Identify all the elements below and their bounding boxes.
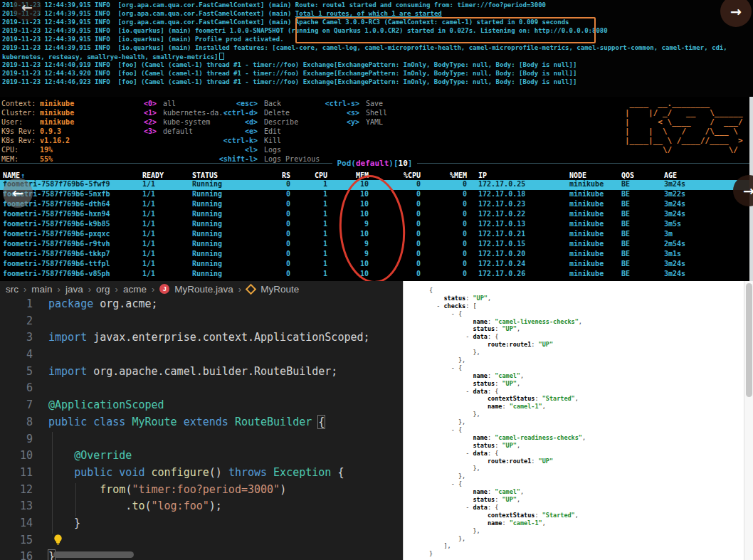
menu-item[interactable]: <esc>Back xyxy=(205,99,320,108)
code-line[interactable]: 10 @Override xyxy=(0,449,403,466)
json-line: }, xyxy=(429,418,586,426)
log-line: 2019-11-23 12:44:40,919 INFO [foo] (Came… xyxy=(0,61,753,70)
code-editor[interactable]: src›main›java›org›acme›JMyRoute.java›MyR… xyxy=(0,281,403,560)
code-line[interactable]: 13 .to("log:foo"); xyxy=(0,500,403,517)
pod-row[interactable]: foometri-7587f769b6-tkkp71/1Running01900… xyxy=(0,250,749,260)
scrollbar-thumb[interactable] xyxy=(746,283,752,397)
json-line: name: "camel-1", xyxy=(429,519,586,527)
menu-item[interactable]: <ctrl-s>Save xyxy=(317,99,387,108)
column-header[interactable]: IP xyxy=(468,171,561,180)
column-header[interactable]: CPU xyxy=(292,171,329,180)
cluster-info-row: K8s Rev:v1.16.2 xyxy=(1,136,74,145)
pod-row[interactable]: foometri-7587f769b6-ttfpl1/1Running01100… xyxy=(0,260,749,270)
json-line: - data: { xyxy=(429,504,586,512)
code-line[interactable]: 8public class MyRoute extends RouteBuild… xyxy=(0,416,403,433)
code-line[interactable]: 1package org.acme; xyxy=(0,297,403,315)
menu-item[interactable]: <y>YAML xyxy=(317,117,387,127)
menu-item[interactable]: <s>Shell xyxy=(317,108,387,117)
json-line: - data: { xyxy=(429,333,586,341)
json-line: - { xyxy=(429,426,586,434)
code-line[interactable]: 12 from("timer:foo?period=3000") xyxy=(0,483,403,500)
column-header[interactable]: MEM xyxy=(329,171,370,180)
breadcrumb-item[interactable]: acme xyxy=(123,284,147,295)
log-line: 2019-11-23 12:44:43,920 INFO [foo] (Came… xyxy=(0,70,753,78)
code-line[interactable]: 14 } xyxy=(0,517,403,534)
json-line: - { xyxy=(429,310,586,318)
column-header[interactable]: %CPU xyxy=(370,171,422,180)
log-line: 2019-11-23 12:44:39,915 INFO [org.apa.ca… xyxy=(0,1,753,10)
pod-table-header: NAME↑READYSTATUSRSCPUMEM%CPU%MEMIPNODEQO… xyxy=(0,171,749,180)
json-line: route:route1: "UP" xyxy=(429,458,586,465)
column-header[interactable]: %MEM xyxy=(422,171,468,180)
code-line[interactable]: 7@ApplicationScoped xyxy=(0,398,403,416)
pod-title-text: Pod(default)[10] xyxy=(332,159,418,168)
menu-item[interactable]: <d>Describe xyxy=(205,117,320,127)
vertical-scrollbar[interactable] xyxy=(744,281,753,560)
menu-item[interactable]: <e>Edit xyxy=(205,127,320,136)
pod-row[interactable]: foometri-7587f769b6-5fwf91/1Running01100… xyxy=(0,180,749,190)
menu-item[interactable]: <ctrl-k>Kill xyxy=(205,136,320,145)
pod-row[interactable]: foometri-7587f769b6-k9b851/1Running01900… xyxy=(0,220,749,230)
json-line: - checks: [ xyxy=(429,302,586,310)
k9s-panel: Context:minikubeCluster:minikubeUser:min… xyxy=(0,97,753,281)
horizontal-scrollbar[interactable] xyxy=(53,551,134,558)
code-line[interactable]: 4 xyxy=(0,348,403,365)
pod-panel-title: Pod(default)[10] xyxy=(0,159,749,168)
k9s-logo: ____ __.________ | |/ _/ __ \______| < \… xyxy=(625,99,743,154)
prev-arrow-icon[interactable]: ← xyxy=(3,178,33,208)
json-line: name: "camel-liveness-checks", xyxy=(429,318,586,326)
json-line: }, xyxy=(429,527,586,535)
java-file-icon: J xyxy=(159,284,169,294)
cluster-info-row: K9s Rev:0.9.3 xyxy=(1,127,74,136)
breadcrumb-item[interactable]: java xyxy=(65,284,83,295)
json-line: }, xyxy=(429,535,586,543)
column-header[interactable]: READY xyxy=(139,171,189,180)
menu-item[interactable]: <l>Logs xyxy=(205,145,320,154)
log-line: 2019-11-23 12:44:39,915 INFO [io.quarkus… xyxy=(0,36,753,44)
breadcrumb-item[interactable]: MyRoute xyxy=(260,284,299,295)
menu-item[interactable]: <ctrl-d>Delete xyxy=(205,108,320,117)
json-line: }, xyxy=(429,465,586,472)
code-line[interactable]: 3import javax.enterprise.context.Applica… xyxy=(0,331,403,348)
code-line[interactable]: 9 xyxy=(0,433,403,450)
column-header[interactable]: NODE xyxy=(561,171,613,180)
column-header[interactable]: AGE xyxy=(655,171,749,180)
chevron-right-icon: › xyxy=(88,284,91,295)
pod-row[interactable]: foometri-7587f769b6-5nxfb1/1Running01100… xyxy=(0,190,749,200)
code-line[interactable]: 5import org.apache.camel.builder.RouteBu… xyxy=(0,365,403,382)
breadcrumb-item[interactable]: org xyxy=(96,284,110,295)
cluster-info-row: User:minikube xyxy=(1,117,74,127)
breadcrumb-item[interactable]: MyRoute.java xyxy=(174,284,233,295)
breadcrumb-item[interactable]: src xyxy=(6,284,19,295)
class-symbol-icon xyxy=(246,283,257,295)
breadcrumb-item[interactable]: main xyxy=(31,284,52,295)
json-line: name: "camel", xyxy=(429,372,586,380)
column-header[interactable]: RS xyxy=(275,171,292,180)
json-line: }, xyxy=(429,472,586,480)
chevron-right-icon: › xyxy=(115,284,118,295)
pod-row[interactable]: foometri-7587f769b6-r9tvh1/1Running01900… xyxy=(0,240,749,250)
pod-row[interactable]: foometri-7587f769b6-hxn941/1Running01100… xyxy=(0,210,749,220)
json-health-panel: { status: "UP", - checks: [ - { name: "c… xyxy=(403,281,753,560)
json-line: status: "UP", xyxy=(429,295,586,302)
chevron-right-icon: › xyxy=(23,284,26,295)
lightbulb-icon[interactable] xyxy=(53,534,63,546)
column-header[interactable]: STATUS xyxy=(189,171,275,180)
pod-row[interactable]: foometri-7587f769b6-pxqxc1/1Running01100… xyxy=(0,230,749,240)
code-line[interactable]: 6 xyxy=(0,381,403,398)
code-line[interactable]: 11 public void configure() throws Except… xyxy=(0,466,403,483)
json-line: { xyxy=(429,287,586,295)
json-line: status: "UP", xyxy=(429,325,586,333)
code-lines: 1package org.acme;23import javax.enterpr… xyxy=(0,297,403,560)
json-line: name: "camel-readiness-checks", xyxy=(429,434,586,442)
json-lines: { status: "UP", - checks: [ - { name: "c… xyxy=(429,287,586,558)
log-line: 2019-11-23 12:44:39,915 INFO [org.apa.ca… xyxy=(0,10,753,19)
code-line[interactable]: 2 xyxy=(0,315,403,332)
cluster-info-row: Context:minikube xyxy=(1,99,74,108)
pod-row[interactable]: foometri-7587f769b6-dth641/1Running01100… xyxy=(0,200,749,210)
breadcrumb: src›main›java›org›acme›JMyRoute.java›MyR… xyxy=(6,281,299,297)
json-line: }, xyxy=(429,411,586,418)
column-header[interactable]: QOS xyxy=(613,171,655,180)
log-line: 2019-11-23 12:44:39,915 INFO [io.quarkus… xyxy=(0,44,753,53)
pod-row[interactable]: foometri-7587f769b6-v85ph1/1Running01100… xyxy=(0,270,749,280)
